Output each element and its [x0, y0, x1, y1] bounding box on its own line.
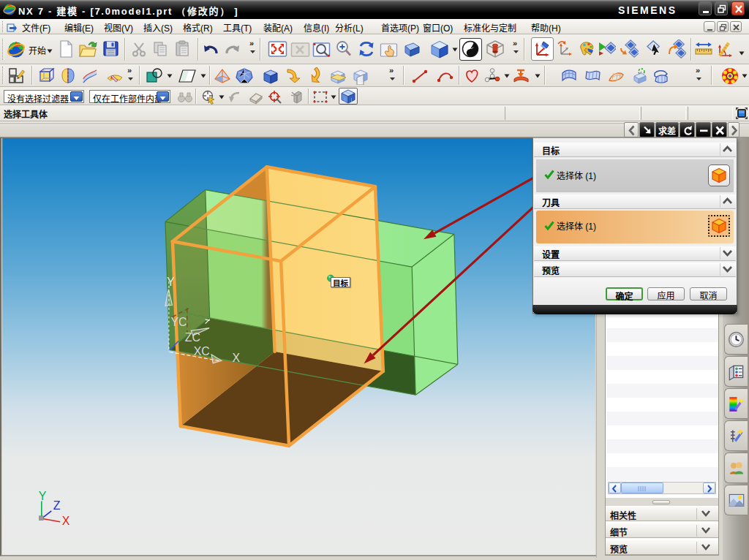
svg-text:X: X — [62, 515, 70, 527]
svg-text:Y: Y — [167, 276, 175, 288]
svg-text:Y: Y — [39, 490, 47, 502]
svg-text:Z: Z — [53, 499, 61, 512]
svg-text:ZC: ZC — [185, 331, 200, 344]
svg-text:XC: XC — [194, 345, 210, 357]
svg-text:X: X — [232, 352, 240, 364]
svg-text:YC: YC — [170, 316, 187, 328]
